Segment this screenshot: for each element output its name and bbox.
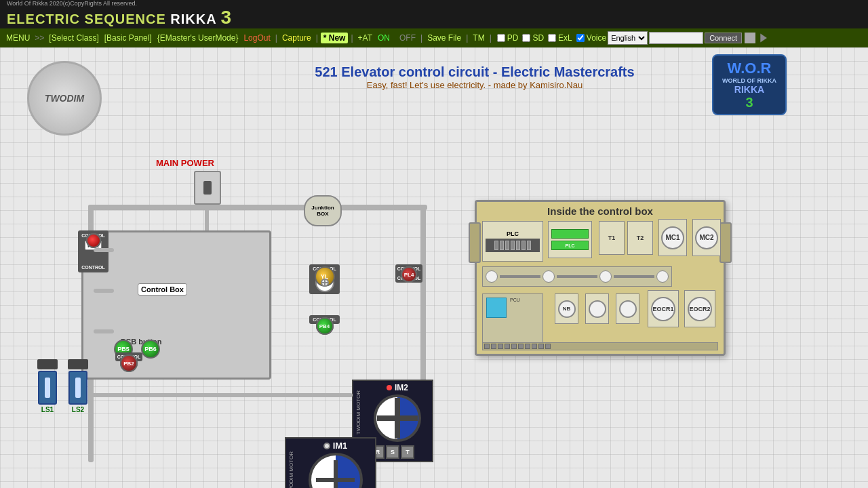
wor-rikka-text: RIKKA: [722, 84, 776, 95]
nav-basic-panel[interactable]: [Basic Panel]: [102, 33, 154, 43]
wire-h-1: [94, 248, 114, 252]
bterm4: [505, 344, 510, 349]
plc-sw2[interactable]: [500, 241, 504, 250]
nav-exl-checkbox[interactable]: [548, 34, 556, 42]
nav-tm[interactable]: TM: [471, 33, 486, 43]
bterm6: [518, 344, 524, 349]
circuit-subtitle-text: Easy, fast! Let's use electricity. - mad…: [271, 80, 678, 90]
nav-pd-checkbox[interactable]: [497, 34, 505, 42]
nav-menu[interactable]: MENU: [4, 33, 32, 43]
plc-area: PLC: [482, 221, 543, 262]
square-icon[interactable]: [745, 33, 755, 43]
wor-title-text: W.O.R: [722, 60, 776, 77]
pb4-button[interactable]: PB4: [316, 317, 334, 335]
term-wire2: [557, 275, 597, 278]
nav-emaster-mode[interactable]: {EMaster's UserMode}: [155, 33, 241, 43]
ls1-lever: [37, 359, 58, 369]
plc-sw1[interactable]: [494, 241, 498, 250]
ls1-switch: LS1: [37, 359, 58, 413]
panel-title: Inside the control box: [477, 205, 724, 217]
term-wire1: [500, 275, 540, 278]
app-logo: World Of Rikka 2020(c)CopyRights All res…: [7, 0, 232, 28]
main-power-switch[interactable]: [194, 171, 221, 205]
plc-sw5[interactable]: [516, 241, 520, 250]
im1-circle: [309, 453, 363, 488]
pl-column: CONTROL PL1 PL2 CONTROL PL3 PL4: [395, 264, 422, 283]
twodim-logo-text: TWODIM: [45, 93, 84, 104]
wor-num-text: 3: [722, 95, 776, 110]
app-header: World Of Rikka 2020(c)CopyRights All res…: [0, 0, 868, 28]
im2-motor-label: TWODIM MOTOR: [355, 390, 361, 434]
nav-new-button[interactable]: * New: [321, 33, 349, 43]
im1-area: TWODIM MOTOR IM1 R S T: [285, 437, 376, 488]
nav-voice-label: Voice: [587, 33, 606, 43]
nav-capture[interactable]: Capture: [280, 33, 313, 43]
title-num: 3: [221, 7, 233, 28]
nav-sd-label: SD: [532, 33, 544, 43]
bterm9: [538, 344, 544, 349]
bterm2: [491, 344, 496, 349]
connect-button[interactable]: Connect: [705, 33, 742, 43]
plc-sw7[interactable]: [527, 241, 531, 250]
nb-area: NB: [555, 293, 578, 324]
bterm8: [532, 344, 537, 349]
connect-input[interactable]: [649, 32, 703, 44]
plc-label-top: PLC: [507, 230, 519, 237]
term1: [486, 270, 498, 283]
ls2-label: LS2: [72, 406, 84, 413]
bterm7: [525, 344, 530, 349]
ls2-switch: LS2: [68, 359, 88, 413]
plc-switches: [486, 239, 540, 252]
title-prefix: ELECTRIC SEQUENCE: [7, 12, 170, 26]
play-icon[interactable]: [758, 33, 769, 43]
nav-at-off[interactable]: OFF: [397, 33, 418, 43]
plc-sw3[interactable]: [505, 241, 509, 250]
mid-comp2: [616, 293, 639, 324]
nav-save-file[interactable]: Save File: [425, 33, 463, 43]
wire-h-3: [94, 329, 114, 333]
nav-exl-label: ExL: [558, 33, 572, 43]
eocr2-area: EOCR2: [684, 290, 715, 327]
mid-comp1: [585, 293, 609, 324]
eocr1-label: EOCR1: [652, 306, 673, 312]
junction-box-label: JunktionBOX: [311, 205, 334, 217]
bterm3: [498, 344, 503, 349]
pl4-indicator: PL4: [401, 266, 417, 283]
plc-sub-green1: [551, 229, 589, 239]
nav-at-label: +AT: [356, 33, 374, 43]
eocr1-circle[interactable]: EOCR1: [651, 297, 675, 321]
bterm10: [545, 344, 551, 349]
plc-sw4[interactable]: [511, 241, 515, 250]
im2-t-terminal[interactable]: T: [401, 445, 414, 459]
im2-power-led: [387, 385, 392, 390]
term2: [542, 270, 555, 283]
ls2-lever: [68, 359, 88, 369]
nav-exl-group: ExL: [548, 33, 572, 43]
nav-at-on[interactable]: ON: [376, 33, 392, 43]
pcu-indicator: [486, 298, 507, 318]
mc2-circle[interactable]: MC2: [695, 226, 718, 249]
plc-sw6[interactable]: [521, 241, 526, 250]
term3: [599, 270, 612, 283]
mid-comp1-circle: [589, 300, 606, 318]
bterm5: [511, 344, 517, 349]
nb-circle[interactable]: NB: [558, 300, 576, 318]
nav-sd-checkbox[interactable]: [522, 34, 530, 42]
mc1-circle[interactable]: MC1: [661, 226, 684, 249]
nav-sep7: |: [490, 33, 492, 43]
nav-select-class[interactable]: [Select Class]: [47, 33, 100, 43]
pb6-button[interactable]: PB6: [141, 340, 160, 359]
eocr1-area: EOCR1: [648, 290, 679, 327]
ls2-body[interactable]: [68, 371, 87, 405]
mid-comp2-circle: [619, 300, 637, 318]
nav-logout[interactable]: LogOut: [241, 33, 272, 43]
eocr2-label: EOCR2: [689, 306, 710, 312]
pb2-button[interactable]: PB2: [120, 354, 138, 372]
language-select[interactable]: English 日本語: [608, 31, 648, 45]
eocr2-circle[interactable]: EOCR2: [688, 297, 712, 321]
nav-voice-checkbox[interactable]: [576, 34, 585, 42]
im2-s-terminal[interactable]: S: [386, 445, 399, 459]
ls1-body[interactable]: [38, 371, 57, 405]
im1-cross-v: [334, 460, 338, 488]
pb4-label: PB4: [319, 323, 330, 329]
